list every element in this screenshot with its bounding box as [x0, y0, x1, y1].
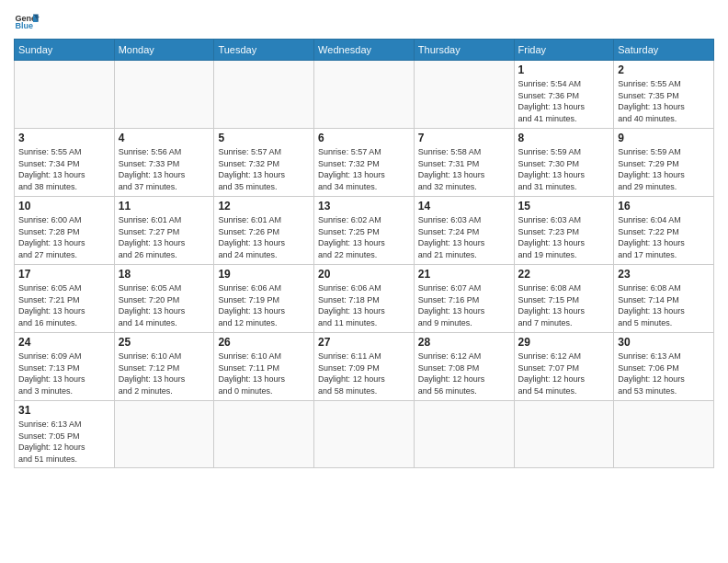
day-number: 8 [518, 132, 610, 144]
logo-icon: General Blue [14, 9, 40, 35]
calendar-cell: 12Sunrise: 6:01 AM Sunset: 7:26 PM Dayli… [214, 197, 314, 265]
day-info: Sunrise: 5:55 AM Sunset: 7:34 PM Dayligh… [18, 146, 110, 192]
calendar-cell: 5Sunrise: 5:57 AM Sunset: 7:32 PM Daylig… [214, 129, 314, 197]
day-info: Sunrise: 6:02 AM Sunset: 7:25 PM Dayligh… [318, 214, 410, 260]
day-number: 27 [318, 336, 410, 349]
day-info: Sunrise: 6:05 AM Sunset: 7:20 PM Dayligh… [119, 282, 210, 328]
day-number: 11 [119, 200, 210, 213]
calendar-cell: 19Sunrise: 6:06 AM Sunset: 7:19 PM Dayli… [214, 265, 314, 333]
day-info: Sunrise: 5:54 AM Sunset: 7:36 PM Dayligh… [518, 78, 610, 124]
day-info: Sunrise: 6:07 AM Sunset: 7:16 PM Dayligh… [418, 282, 510, 328]
calendar-cell [614, 401, 714, 468]
day-info: Sunrise: 6:03 AM Sunset: 7:23 PM Dayligh… [518, 214, 610, 260]
weekday-saturday: Saturday [614, 40, 714, 61]
calendar-cell: 30Sunrise: 6:13 AM Sunset: 7:06 PM Dayli… [614, 333, 714, 401]
day-number: 10 [18, 200, 110, 213]
day-number: 18 [119, 268, 210, 281]
svg-text:Blue: Blue [15, 21, 33, 30]
calendar-cell: 21Sunrise: 6:07 AM Sunset: 7:16 PM Dayli… [414, 265, 514, 333]
calendar-cell: 2Sunrise: 5:55 AM Sunset: 7:35 PM Daylig… [614, 61, 714, 129]
day-number: 16 [618, 200, 710, 213]
calendar-cell: 15Sunrise: 6:03 AM Sunset: 7:23 PM Dayli… [514, 197, 614, 265]
day-info: Sunrise: 6:05 AM Sunset: 7:21 PM Dayligh… [18, 282, 110, 328]
week-row: 24Sunrise: 6:09 AM Sunset: 7:13 PM Dayli… [15, 333, 714, 401]
day-info: Sunrise: 6:03 AM Sunset: 7:24 PM Dayligh… [418, 214, 510, 260]
day-number: 2 [618, 63, 710, 76]
calendar-cell [414, 61, 514, 129]
day-number: 4 [119, 132, 210, 144]
calendar-cell: 6Sunrise: 5:57 AM Sunset: 7:32 PM Daylig… [314, 129, 415, 197]
weekday-thursday: Thursday [414, 40, 514, 61]
weekday-monday: Monday [114, 40, 214, 61]
calendar-cell: 16Sunrise: 6:04 AM Sunset: 7:22 PM Dayli… [614, 197, 714, 265]
week-row: 17Sunrise: 6:05 AM Sunset: 7:21 PM Dayli… [15, 265, 714, 333]
calendar-cell [214, 401, 314, 468]
calendar-cell: 18Sunrise: 6:05 AM Sunset: 7:20 PM Dayli… [114, 265, 214, 333]
calendar-cell: 27Sunrise: 6:11 AM Sunset: 7:09 PM Dayli… [314, 333, 415, 401]
day-info: Sunrise: 6:10 AM Sunset: 7:11 PM Dayligh… [218, 350, 310, 396]
calendar-cell: 25Sunrise: 6:10 AM Sunset: 7:12 PM Dayli… [114, 333, 214, 401]
day-number: 7 [418, 132, 510, 144]
day-number: 29 [518, 336, 610, 349]
calendar-cell [514, 401, 614, 468]
day-info: Sunrise: 6:01 AM Sunset: 7:26 PM Dayligh… [218, 214, 310, 260]
day-number: 20 [318, 268, 410, 281]
calendar-cell: 31Sunrise: 6:13 AM Sunset: 7:05 PM Dayli… [15, 401, 115, 468]
day-number: 30 [618, 336, 710, 349]
day-info: Sunrise: 6:13 AM Sunset: 7:05 PM Dayligh… [18, 419, 110, 465]
day-info: Sunrise: 6:04 AM Sunset: 7:22 PM Dayligh… [618, 214, 710, 260]
day-info: Sunrise: 5:56 AM Sunset: 7:33 PM Dayligh… [119, 146, 210, 192]
day-number: 31 [18, 404, 110, 417]
calendar-cell [414, 401, 514, 468]
calendar-cell: 3Sunrise: 5:55 AM Sunset: 7:34 PM Daylig… [15, 129, 115, 197]
logo: General Blue [14, 9, 40, 35]
calendar-cell [314, 401, 415, 468]
calendar-cell: 22Sunrise: 6:08 AM Sunset: 7:15 PM Dayli… [514, 265, 614, 333]
day-info: Sunrise: 6:11 AM Sunset: 7:09 PM Dayligh… [318, 350, 410, 396]
week-row: 1Sunrise: 5:54 AM Sunset: 7:36 PM Daylig… [15, 61, 714, 129]
day-info: Sunrise: 5:59 AM Sunset: 7:30 PM Dayligh… [518, 146, 610, 192]
weekday-header: SundayMondayTuesdayWednesdayThursdayFrid… [15, 40, 714, 61]
calendar-cell [314, 61, 415, 129]
day-info: Sunrise: 6:12 AM Sunset: 7:07 PM Dayligh… [518, 350, 610, 396]
day-number: 22 [518, 268, 610, 281]
day-number: 5 [218, 132, 310, 144]
day-info: Sunrise: 5:55 AM Sunset: 7:35 PM Dayligh… [618, 78, 710, 124]
day-number: 19 [218, 268, 310, 281]
day-number: 13 [318, 200, 410, 213]
day-info: Sunrise: 6:12 AM Sunset: 7:08 PM Dayligh… [418, 350, 510, 396]
calendar-cell: 26Sunrise: 6:10 AM Sunset: 7:11 PM Dayli… [214, 333, 314, 401]
calendar-cell: 28Sunrise: 6:12 AM Sunset: 7:08 PM Dayli… [414, 333, 514, 401]
calendar-cell [214, 61, 314, 129]
day-info: Sunrise: 6:10 AM Sunset: 7:12 PM Dayligh… [119, 350, 210, 396]
week-row: 10Sunrise: 6:00 AM Sunset: 7:28 PM Dayli… [15, 197, 714, 265]
week-row: 3Sunrise: 5:55 AM Sunset: 7:34 PM Daylig… [15, 129, 714, 197]
calendar-cell: 24Sunrise: 6:09 AM Sunset: 7:13 PM Dayli… [15, 333, 115, 401]
calendar-cell: 10Sunrise: 6:00 AM Sunset: 7:28 PM Dayli… [15, 197, 115, 265]
day-info: Sunrise: 6:06 AM Sunset: 7:18 PM Dayligh… [318, 282, 410, 328]
calendar-cell: 14Sunrise: 6:03 AM Sunset: 7:24 PM Dayli… [414, 197, 514, 265]
calendar-table: SundayMondayTuesdayWednesdayThursdayFrid… [14, 39, 714, 468]
calendar-cell: 23Sunrise: 6:08 AM Sunset: 7:14 PM Dayli… [614, 265, 714, 333]
day-number: 23 [618, 268, 710, 281]
day-info: Sunrise: 6:08 AM Sunset: 7:14 PM Dayligh… [618, 282, 710, 328]
day-number: 25 [119, 336, 210, 349]
day-number: 17 [18, 268, 110, 281]
day-info: Sunrise: 5:59 AM Sunset: 7:29 PM Dayligh… [618, 146, 710, 192]
day-number: 6 [318, 132, 410, 144]
calendar-cell: 29Sunrise: 6:12 AM Sunset: 7:07 PM Dayli… [514, 333, 614, 401]
calendar-cell: 9Sunrise: 5:59 AM Sunset: 7:29 PM Daylig… [614, 129, 714, 197]
calendar-cell: 1Sunrise: 5:54 AM Sunset: 7:36 PM Daylig… [514, 61, 614, 129]
calendar-cell: 4Sunrise: 5:56 AM Sunset: 7:33 PM Daylig… [114, 129, 214, 197]
calendar-cell: 7Sunrise: 5:58 AM Sunset: 7:31 PM Daylig… [414, 129, 514, 197]
day-number: 28 [418, 336, 510, 349]
day-number: 24 [18, 336, 110, 349]
calendar-cell: 11Sunrise: 6:01 AM Sunset: 7:27 PM Dayli… [114, 197, 214, 265]
day-info: Sunrise: 5:57 AM Sunset: 7:32 PM Dayligh… [218, 146, 310, 192]
calendar-cell: 17Sunrise: 6:05 AM Sunset: 7:21 PM Dayli… [15, 265, 115, 333]
day-info: Sunrise: 6:06 AM Sunset: 7:19 PM Dayligh… [218, 282, 310, 328]
day-number: 15 [518, 200, 610, 213]
day-number: 26 [218, 336, 310, 349]
day-info: Sunrise: 5:57 AM Sunset: 7:32 PM Dayligh… [318, 146, 410, 192]
day-number: 1 [518, 63, 610, 76]
